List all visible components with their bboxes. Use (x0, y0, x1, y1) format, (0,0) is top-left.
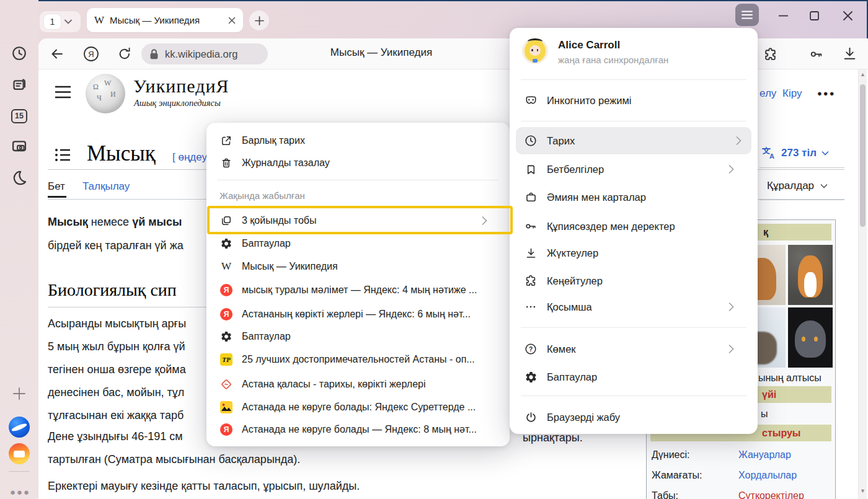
menu-item-all-history[interactable]: Барлық тарих (219, 130, 305, 152)
taxonomy-row: Дүниесі: Жануарлар (652, 449, 831, 461)
tools-dropdown[interactable]: Құралдар (767, 180, 828, 192)
annotation-highlight-box (207, 206, 513, 234)
address-bar[interactable]: kk.wikipedia.org (141, 43, 268, 64)
history-entry[interactable]: Я Астанада не көруге болады — Яндекс: 8 … (219, 418, 477, 441)
language-icon: A (761, 146, 776, 160)
wikipedia-favicon: W (219, 260, 234, 273)
downloads-button[interactable] (842, 46, 857, 61)
menu-item-help[interactable]: ? Көмек (523, 335, 744, 363)
paragraph-line: тартылған (Суматра мысығынан басқаларынд… (48, 453, 300, 466)
paragraph-line: Мысық немесе үй мысы (48, 216, 182, 229)
wiki-tab-talk[interactable]: Талқылау (82, 180, 130, 193)
plus-icon (255, 16, 264, 25)
paragraph-line: тегінен онша өзгере қойма (48, 363, 186, 376)
passwords-button[interactable] (808, 46, 824, 62)
photo-caption-fragment: ының алтысы (758, 373, 822, 384)
gear-icon (219, 330, 234, 343)
page-title: Мысық — Уикипедия (282, 46, 480, 59)
browser-window: 1 W Мысық — Уикипедия 15 (0, 0, 868, 499)
sidebar-history-button[interactable] (11, 45, 28, 62)
power-icon (523, 411, 538, 424)
extensions-button[interactable] (763, 46, 778, 62)
taxonomy-link[interactable]: Хордалылар (738, 470, 797, 481)
menu-item-settings[interactable]: Баптаулар (219, 232, 291, 255)
new-tab-button[interactable] (249, 11, 269, 30)
reload-button[interactable] (117, 46, 132, 61)
history-entry[interactable]: Астанада не көруге болады: Яндекс Суретт… (219, 396, 476, 418)
sidebar-tabs-counter-button[interactable]: 15 (11, 107, 28, 125)
active-tab[interactable]: W Мысық — Уикипедия (87, 8, 243, 32)
history-entry[interactable]: W Мысық — Уикипедия (219, 255, 338, 278)
menu-item-extensions[interactable]: Кеңейтулер (523, 267, 603, 294)
bookmark-icon (523, 163, 538, 176)
sidebar-add-panel-button[interactable] (11, 385, 28, 402)
sidebar-more-button[interactable]: ●●● (10, 487, 30, 497)
wiki-site-subtitle: Ашық энциклопедиясы (134, 98, 221, 108)
back-button[interactable] (50, 46, 64, 61)
download-icon (523, 247, 538, 260)
cat-photo-gray[interactable] (788, 307, 833, 368)
history-entry[interactable]: TP 25 лучших достопримечательностей Аста… (219, 348, 475, 371)
menu-item-clear-history[interactable]: Журналды тазалау (219, 152, 330, 174)
url-text: kk.wikipedia.org (165, 48, 237, 60)
plus-icon (12, 386, 27, 401)
dots-icon (523, 301, 538, 313)
sidebar-screenshot-button[interactable] (11, 138, 28, 155)
yandex-search-button[interactable]: Я (83, 46, 99, 62)
history-menu: Барлық тарих Журналды тазалау Жақында жа… (206, 123, 510, 446)
menu-divider (218, 180, 498, 180)
sidebar-feed-button[interactable] (11, 76, 28, 93)
paragraph-line: Еркектері мауығу кезінде қатты таласып, … (48, 480, 360, 493)
taxonomy-link[interactable]: Сүтқоректілер (738, 490, 804, 499)
cat-photo-orange-white[interactable] (788, 245, 833, 305)
external-link-icon (219, 135, 234, 147)
browser-menu-button[interactable] (735, 4, 759, 26)
menu-item-wallet[interactable]: Әмиян мен карталар (523, 183, 646, 211)
wiki-site-title[interactable]: УикипедиЯ (133, 76, 229, 97)
history-entry[interactable]: Я мысық туралы мәлімет — Яндекс: 4 мың н… (219, 279, 477, 301)
close-window-button[interactable] (841, 9, 854, 22)
wiki-signup-link[interactable]: елу (760, 87, 776, 100)
minimize-button[interactable] (776, 9, 790, 22)
back-arrow-icon (50, 46, 64, 61)
menu-item-passwords[interactable]: Құпиясөздер мен деректер (523, 213, 675, 240)
active-tab-underline (48, 196, 66, 198)
menu-item-settings[interactable]: Баптаулар (523, 363, 597, 391)
wiki-login-link[interactable]: Кіру (782, 87, 802, 100)
tripadvisor-favicon: TP (219, 353, 234, 366)
profile-avatar[interactable] (522, 38, 548, 64)
wiki-tab-page[interactable]: Бет (48, 180, 65, 193)
menu-item-close-browser[interactable]: Браузерді жабу (523, 404, 620, 431)
maximize-button[interactable] (807, 9, 821, 22)
menu-item-more[interactable]: Қосымша (523, 293, 744, 320)
help-icon: ? (523, 342, 538, 356)
language-selector[interactable]: A 273 тіл (761, 146, 829, 160)
yandex-browser-logo[interactable] (9, 417, 30, 438)
taxonomy-row: Жамағаты: Хордалылар (652, 470, 831, 481)
history-entry[interactable]: Я Астананың көрікті жерлері — Яндекс: 6 … (219, 303, 471, 325)
wikipedia-logo[interactable]: ΩWИЧ (86, 74, 125, 113)
menu-item-incognito[interactable]: Инкогнито режимі (523, 87, 631, 114)
scrollbar-up-arrow[interactable]: ▲ (860, 72, 866, 77)
history-entry[interactable]: Астана қаласы - тарихы, көрікті жерлері (219, 373, 426, 395)
scrollbar-thumb[interactable] (860, 84, 866, 227)
menu-divider (521, 121, 746, 121)
tab-close-icon[interactable] (228, 17, 236, 24)
tab-group-counter[interactable]: 1 (40, 11, 81, 32)
status-value-fragment: ы (761, 408, 768, 420)
wiki-toc-button[interactable] (55, 148, 71, 162)
taxonomy-link[interactable]: Жануарлар (738, 449, 791, 461)
menu-item-history[interactable]: Тарих (516, 127, 751, 154)
history-entry-settings[interactable]: Баптаулар (219, 325, 291, 348)
sidebar-dark-mode-button[interactable] (11, 169, 28, 186)
chevron-right-icon (728, 302, 734, 312)
wiki-sidebar-toggle[interactable] (55, 86, 71, 99)
menu-item-downloads[interactable]: Жүктеулер (523, 239, 598, 267)
wiki-more-menu[interactable]: ●●● (817, 89, 836, 98)
chevron-down-icon (822, 151, 829, 156)
edit-link[interactable]: [ өңдеу (172, 151, 207, 164)
yandex-mail-icon[interactable] (9, 443, 30, 464)
menu-item-bookmarks[interactable]: Бетбелгілер (523, 156, 744, 183)
scrollbar-down-arrow[interactable]: ▼ (860, 488, 866, 494)
close-icon (843, 11, 852, 20)
